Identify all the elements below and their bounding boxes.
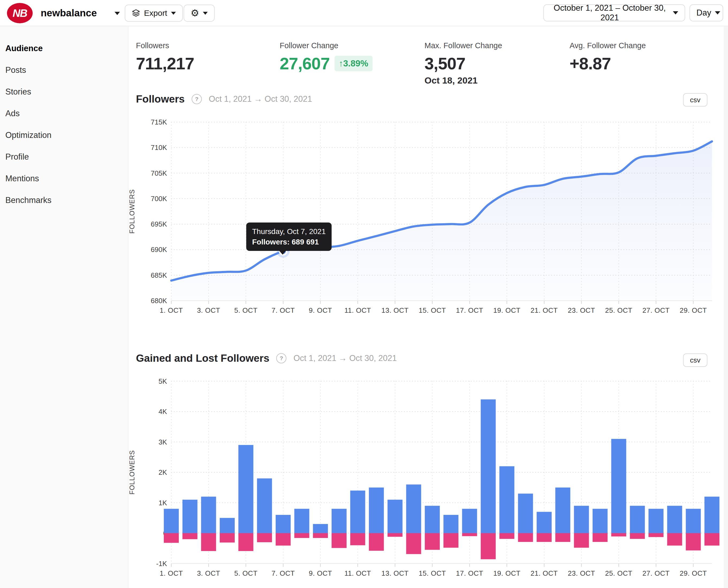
section-title: Followers xyxy=(136,93,185,105)
settings-button[interactable]: ⚙ xyxy=(184,4,215,22)
svg-text:21. OCT: 21. OCT xyxy=(531,569,558,577)
followers-section-header: Followers ? Oct 1, 2021 → Oct 30, 2021 xyxy=(136,93,312,105)
svg-text:17. OCT: 17. OCT xyxy=(456,306,484,314)
stat-value: 3,507 xyxy=(425,54,502,73)
svg-text:FOLLOWERS: FOLLOWERS xyxy=(128,450,136,495)
svg-text:29. OCT: 29. OCT xyxy=(680,306,707,314)
granularity-button[interactable]: Day xyxy=(689,4,723,21)
svg-text:690K: 690K xyxy=(151,246,167,254)
svg-text:710K: 710K xyxy=(151,144,167,151)
svg-text:29. OCT: 29. OCT xyxy=(680,569,707,577)
svg-text:27. OCT: 27. OCT xyxy=(642,306,670,314)
svg-text:25. OCT: 25. OCT xyxy=(605,569,633,577)
svg-text:11. OCT: 11. OCT xyxy=(344,306,371,314)
help-icon[interactable]: ? xyxy=(192,94,202,104)
svg-text:5. OCT: 5. OCT xyxy=(234,306,257,314)
tooltip-value: Followers: 689 691 xyxy=(252,237,326,247)
svg-text:21. OCT: 21. OCT xyxy=(531,306,558,314)
svg-text:3. OCT: 3. OCT xyxy=(197,569,220,577)
sidebar-item-ads[interactable]: Ads xyxy=(5,108,20,120)
stat-label: Followers xyxy=(136,41,194,50)
svg-text:5. OCT: 5. OCT xyxy=(234,569,257,577)
settings-chevron-down-icon xyxy=(203,12,208,15)
svg-text:1K: 1K xyxy=(158,499,167,507)
gained-lost-csv-button[interactable]: csv xyxy=(683,353,707,367)
stat-value: +8.87 xyxy=(570,54,646,73)
date-range-chevron-down-icon xyxy=(673,11,678,15)
svg-text:FOLLOWERS: FOLLOWERS xyxy=(128,189,136,234)
svg-text:25. OCT: 25. OCT xyxy=(605,306,633,314)
account-chevron-down-icon[interactable] xyxy=(114,12,120,15)
svg-text:27. OCT: 27. OCT xyxy=(642,569,670,577)
svg-text:695K: 695K xyxy=(151,220,167,228)
svg-text:3. OCT: 3. OCT xyxy=(197,306,220,314)
followers-line-chart[interactable]: 715K710K705K700K695K690K685K680K1. OCT3.… xyxy=(128,112,724,321)
svg-text:1. OCT: 1. OCT xyxy=(160,306,183,314)
stat-date: Oct 18, 2021 xyxy=(425,75,502,86)
granularity-label: Day xyxy=(697,8,711,18)
gained-lost-section-header: Gained and Lost Followers ? Oct 1, 2021 … xyxy=(136,352,397,364)
sidebar-item-optimization[interactable]: Optimization xyxy=(5,129,51,141)
svg-text:7. OCT: 7. OCT xyxy=(272,306,295,314)
svg-text:19. OCT: 19. OCT xyxy=(493,306,520,314)
svg-text:9. OCT: 9. OCT xyxy=(309,306,332,314)
svg-text:5K: 5K xyxy=(158,377,167,385)
stat-value: 711,217 xyxy=(136,54,194,73)
followers-csv-button[interactable]: csv xyxy=(683,93,707,107)
sidebar-item-audience[interactable]: Audience xyxy=(5,43,43,54)
export-chevron-down-icon xyxy=(171,12,176,15)
svg-text:705K: 705K xyxy=(151,169,167,177)
help-icon[interactable]: ? xyxy=(276,353,286,363)
stat-max-follower-change: Max. Follower Change 3,507 Oct 18, 2021 xyxy=(425,41,502,86)
granularity-chevron-down-icon xyxy=(715,11,720,15)
svg-text:23. OCT: 23. OCT xyxy=(568,306,595,314)
export-button[interactable]: Export xyxy=(125,4,183,22)
svg-text:3K: 3K xyxy=(158,438,167,446)
svg-text:1. OCT: 1. OCT xyxy=(160,569,183,577)
svg-text:2K: 2K xyxy=(158,468,167,476)
layers-icon xyxy=(132,9,140,17)
svg-text:15. OCT: 15. OCT xyxy=(419,569,446,577)
svg-text:9. OCT: 9. OCT xyxy=(309,569,332,577)
stat-follower-change: Follower Change 27,607 ↑3.89% xyxy=(280,41,372,73)
section-date-range: Oct 1, 2021 → Oct 30, 2021 xyxy=(293,353,397,363)
stat-avg-follower-change: Avg. Follower Change +8.87 xyxy=(570,41,646,73)
svg-text:13. OCT: 13. OCT xyxy=(381,306,409,314)
svg-text:7. OCT: 7. OCT xyxy=(272,569,295,577)
tooltip-date: Thursday, Oct 7, 2021 xyxy=(252,226,326,237)
svg-text:13. OCT: 13. OCT xyxy=(381,569,409,577)
svg-text:-1K: -1K xyxy=(156,560,167,568)
sidebar-item-mentions[interactable]: Mentions xyxy=(5,173,39,185)
svg-text:680K: 680K xyxy=(151,297,167,305)
newbalance-logo[interactable]: NB xyxy=(7,3,33,23)
stat-label: Avg. Follower Change xyxy=(570,41,646,50)
sidebar-item-posts[interactable]: Posts xyxy=(5,64,26,76)
stat-label: Max. Follower Change xyxy=(425,41,502,50)
svg-text:11. OCT: 11. OCT xyxy=(344,569,371,577)
date-range-button[interactable]: October 1, 2021 – October 30, 2021 xyxy=(543,4,685,21)
svg-text:15. OCT: 15. OCT xyxy=(419,306,446,314)
svg-text:17. OCT: 17. OCT xyxy=(456,569,484,577)
percent-change-badge: ↑3.89% xyxy=(335,56,372,71)
account-name[interactable]: newbalance xyxy=(41,0,97,26)
sidebar-item-stories[interactable]: Stories xyxy=(5,86,31,98)
svg-text:715K: 715K xyxy=(151,118,167,126)
svg-text:23. OCT: 23. OCT xyxy=(568,569,595,577)
stat-value: 27,607 xyxy=(280,54,330,73)
svg-text:4K: 4K xyxy=(158,407,167,416)
svg-text:700K: 700K xyxy=(151,195,167,203)
section-date-range: Oct 1, 2021 → Oct 30, 2021 xyxy=(209,94,312,104)
stat-label: Follower Change xyxy=(280,41,372,50)
chart-tooltip: Thursday, Oct 7, 2021 Followers: 689 691 xyxy=(246,223,331,251)
sidebar-item-benchmarks[interactable]: Benchmarks xyxy=(5,194,51,206)
sidebar-nav: Audience Posts Stories Ads Optimization … xyxy=(0,26,128,588)
newbalance-logo-text: NB xyxy=(13,7,27,19)
gained-lost-bar-chart[interactable]: 5K4K3K2K1K0-1K1. OCT3. OCT5. OCT7. OCT9.… xyxy=(128,374,724,588)
svg-text:685K: 685K xyxy=(151,271,167,279)
section-title: Gained and Lost Followers xyxy=(136,352,269,364)
scrollbar-track[interactable] xyxy=(724,26,728,588)
sidebar-item-profile[interactable]: Profile xyxy=(5,151,29,163)
gear-icon: ⚙ xyxy=(191,8,199,18)
export-label: Export xyxy=(144,8,167,18)
svg-text:19. OCT: 19. OCT xyxy=(493,569,520,577)
